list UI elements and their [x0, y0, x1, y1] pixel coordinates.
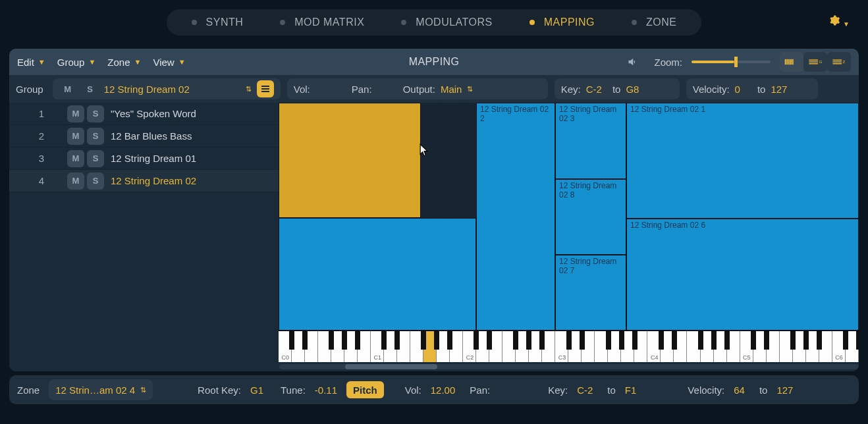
white-key[interactable]	[476, 331, 489, 362]
white-key[interactable]	[489, 331, 502, 362]
zone-block[interactable]: 12 String Dream 02 6	[626, 219, 859, 331]
zone-velocity-low-value[interactable]: 64	[734, 384, 745, 396]
row-solo-button[interactable]: S	[87, 150, 104, 167]
white-key[interactable]: C0	[279, 331, 292, 362]
menu-zone[interactable]: Zone▼	[107, 57, 141, 68]
row-mute-button[interactable]: M	[67, 128, 84, 145]
white-key[interactable]	[634, 331, 647, 362]
velocity-low-value[interactable]: 0	[735, 84, 740, 95]
view-keymap-button[interactable]	[780, 52, 803, 72]
tab-zone[interactable]: ZONE	[613, 16, 695, 28]
white-key[interactable]	[621, 331, 634, 362]
key-high-value[interactable]: G8	[626, 84, 639, 95]
white-key[interactable]: C6	[832, 331, 846, 362]
white-key[interactable]	[661, 331, 674, 362]
white-key[interactable]: C5	[740, 331, 753, 362]
tab-synth[interactable]: SYNTH	[173, 16, 262, 28]
white-key[interactable]	[450, 331, 463, 362]
zone-map-area[interactable]: 12 String Dream 02 2 12 String Dream 02 …	[279, 103, 859, 371]
row-solo-button[interactable]: S	[87, 105, 104, 122]
white-key[interactable]	[582, 331, 595, 362]
white-key[interactable]: C4	[647, 331, 661, 362]
zone-block[interactable]: 12 String Dream 02 7	[555, 255, 626, 331]
row-solo-button[interactable]: S	[87, 172, 104, 190]
group-list-row[interactable]: 4 MS 12 String Dream 02	[9, 170, 279, 192]
zone-block[interactable]: 12 String Dream 02 3	[555, 103, 626, 179]
group-mute-button[interactable]: M	[59, 80, 76, 97]
zoom-slider[interactable]	[692, 61, 771, 63]
white-key[interactable]	[727, 331, 740, 362]
output-value-dropdown[interactable]: Main	[441, 84, 462, 95]
white-key[interactable]	[358, 331, 371, 362]
group-list-row[interactable]: 1 MS "Yes" Spoken Word	[9, 103, 279, 125]
velocity-high-value[interactable]: 127	[771, 84, 787, 95]
white-key[interactable]	[318, 331, 331, 362]
key-low-value[interactable]: C-2	[586, 84, 602, 95]
white-key[interactable]	[305, 331, 318, 362]
white-key[interactable]: C1	[371, 331, 384, 362]
zone-key-low-value[interactable]: C-2	[577, 384, 593, 396]
row-mute-button[interactable]: M	[67, 150, 84, 167]
preview-speaker-button[interactable]	[622, 53, 645, 71]
menu-group[interactable]: Group▼	[57, 57, 96, 68]
group-name-dropdown[interactable]: 12 String Dream 02	[104, 84, 240, 95]
white-key[interactable]	[793, 331, 806, 362]
white-key[interactable]	[437, 331, 450, 362]
white-key[interactable]	[714, 331, 727, 362]
white-key[interactable]	[331, 331, 344, 362]
tab-mod-matrix[interactable]: MOD MATRIX	[261, 16, 383, 28]
menu-edit[interactable]: Edit▼	[17, 57, 45, 68]
group-list-toggle-button[interactable]	[257, 80, 274, 97]
tab-mapping[interactable]: MAPPING	[511, 16, 613, 28]
white-key[interactable]	[819, 331, 832, 362]
white-key[interactable]	[516, 331, 529, 362]
settings-gear-button[interactable]: ▼	[828, 14, 850, 30]
white-key[interactable]	[410, 331, 423, 362]
zone-block-selected[interactable]	[279, 103, 421, 218]
white-key[interactable]: C2	[463, 331, 476, 362]
white-key[interactable]	[384, 331, 397, 362]
zone-block[interactable]: 12 String Dream 02 2	[476, 103, 555, 331]
white-key[interactable]	[753, 331, 767, 362]
scrollbar-thumb[interactable]	[345, 364, 437, 369]
row-mute-button[interactable]: M	[67, 172, 84, 190]
white-key[interactable]	[846, 331, 859, 362]
zone-block[interactable]	[279, 218, 476, 331]
zone-velocity-high-value[interactable]: 127	[776, 384, 793, 396]
rootkey-value[interactable]: G1	[250, 384, 263, 396]
white-key[interactable]	[701, 331, 714, 362]
white-key[interactable]	[423, 331, 437, 362]
white-key[interactable]	[674, 331, 687, 362]
white-key[interactable]	[608, 331, 621, 362]
updown-icon[interactable]: ⇅	[467, 85, 473, 93]
updown-icon[interactable]: ⇅	[246, 85, 252, 93]
white-key[interactable]	[687, 331, 700, 362]
white-key[interactable]	[542, 331, 555, 362]
white-key[interactable]	[344, 331, 358, 362]
zone-block[interactable]: 12 String Dream 02 8	[555, 179, 626, 255]
white-key[interactable]	[806, 331, 819, 362]
menu-view[interactable]: View▼	[153, 57, 185, 68]
white-key[interactable]	[529, 331, 542, 362]
row-mute-button[interactable]: M	[67, 105, 84, 122]
white-key[interactable]	[767, 331, 780, 362]
white-key[interactable]: C3	[555, 331, 568, 362]
zone-key-high-value[interactable]: F1	[625, 384, 637, 396]
view-group-list-button[interactable]: G	[803, 52, 827, 72]
group-solo-button[interactable]: S	[82, 80, 99, 97]
row-solo-button[interactable]: S	[87, 128, 104, 145]
tab-modulators[interactable]: MODULATORS	[383, 16, 510, 28]
white-key[interactable]	[568, 331, 582, 362]
tune-value[interactable]: -0.11	[315, 384, 337, 396]
white-key[interactable]	[780, 331, 793, 362]
white-key[interactable]	[502, 331, 516, 362]
zone-block[interactable]: 12 String Dream 02 1	[626, 103, 859, 219]
zone-vol-value[interactable]: 12.00	[431, 384, 456, 396]
group-list-row[interactable]: 3 MS 12 String Dream 01	[9, 147, 279, 170]
group-list-row[interactable]: 2 MS 12 Bar Blues Bass	[9, 125, 279, 147]
white-key[interactable]	[292, 331, 305, 362]
mapping-keyboard[interactable]: C0C1C2C3C4C5C6	[279, 331, 859, 362]
white-key[interactable]	[595, 331, 608, 362]
white-key[interactable]	[397, 331, 410, 362]
view-zone-list-button[interactable]: Z	[827, 52, 851, 72]
